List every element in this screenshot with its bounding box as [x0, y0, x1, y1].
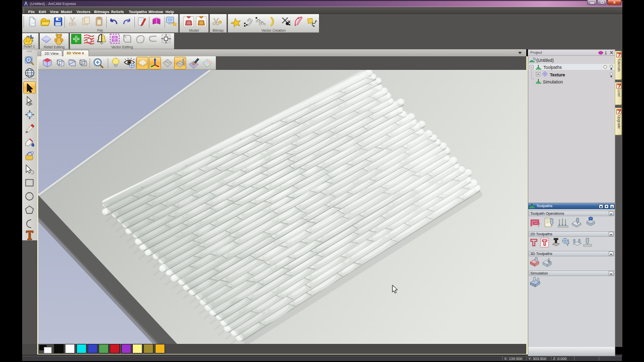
svg-text:Toolpaths: Toolpaths: [543, 65, 561, 70]
svg-text:(Untitled): (Untitled): [536, 58, 554, 63]
svg-text:Simulation: Simulation: [543, 79, 563, 84]
svg-text:Texture: Texture: [550, 72, 565, 77]
